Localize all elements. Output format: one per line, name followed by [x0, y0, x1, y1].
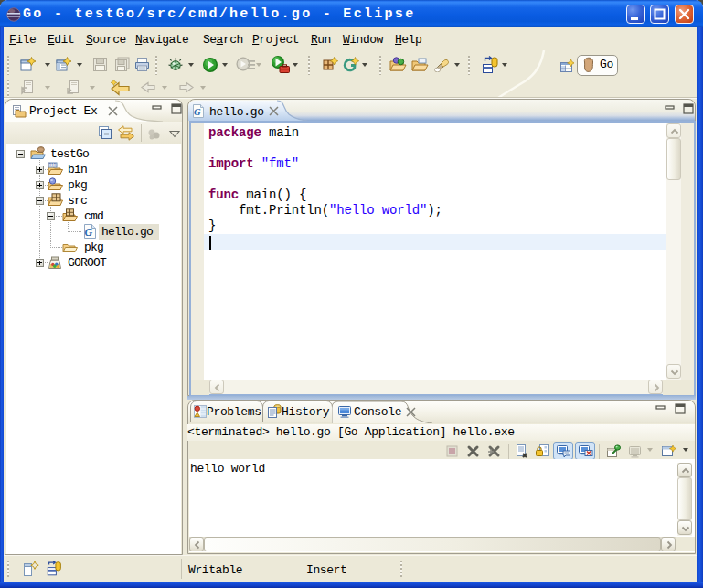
svg-text:G: G [194, 107, 201, 117]
svg-text:G: G [85, 226, 93, 239]
svg-text:010: 010 [49, 163, 57, 167]
